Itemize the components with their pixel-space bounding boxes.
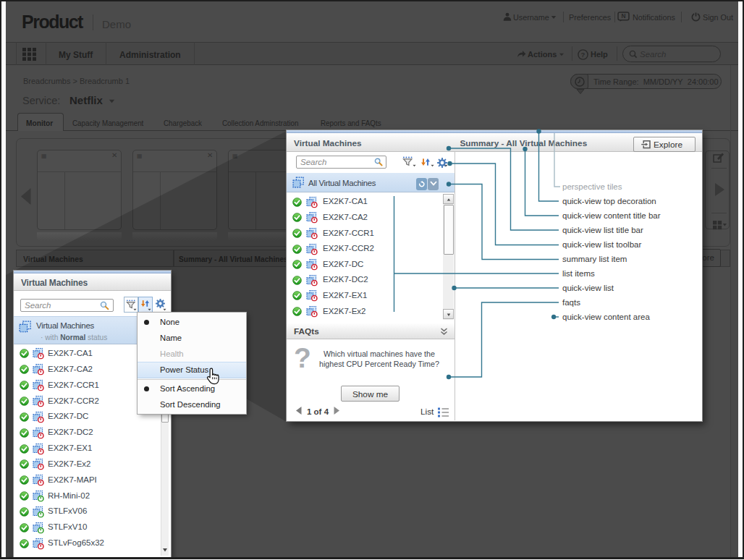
svg-text:?: ?: [581, 51, 586, 59]
svg-text:N: N: [621, 12, 625, 20]
